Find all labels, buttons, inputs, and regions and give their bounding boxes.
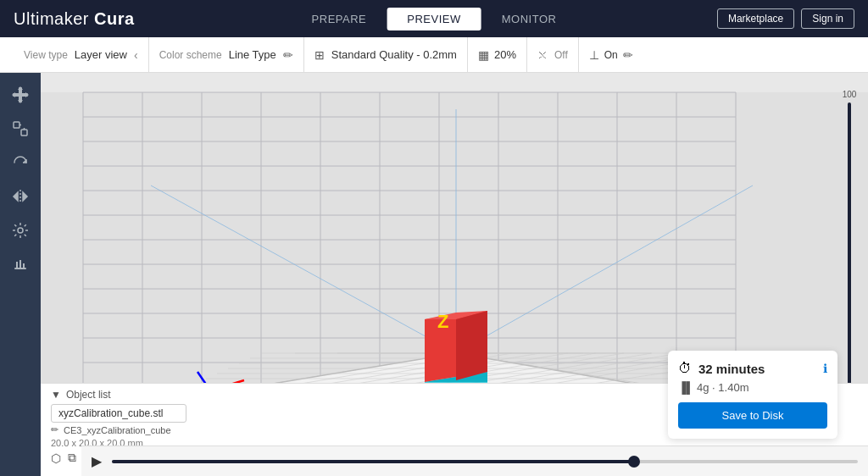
- quality-section: ⊞ Standard Quality - 0.2mm: [304, 37, 468, 72]
- svg-marker-5: [25, 92, 29, 97]
- edit-icon: ✏: [51, 424, 58, 435]
- model-name: CE3_xyzCalibration_cube: [64, 425, 171, 435]
- header-actions: Marketplace Sign in: [717, 8, 854, 29]
- svg-rect-15: [16, 262, 18, 268]
- infill-section: ▦ 20%: [468, 37, 527, 72]
- tool-move[interactable]: [5, 80, 36, 110]
- nav-tabs: PREPARE PREVIEW MONITOR: [292, 8, 577, 30]
- tool-settings[interactable]: [5, 215, 36, 246]
- tool-scale[interactable]: [5, 113, 36, 144]
- timeline-thumb[interactable]: [628, 456, 640, 468]
- infill-icon: ▦: [478, 48, 489, 62]
- color-scheme-edit-icon[interactable]: ✏: [283, 48, 293, 62]
- view-type-value: Layer view: [75, 48, 127, 61]
- support-icon: ⛌: [537, 48, 549, 62]
- svg-marker-3: [18, 100, 23, 103]
- support-value: Off: [554, 49, 568, 61]
- print-time-row: ⏱ 32 minutes ℹ: [678, 361, 827, 376]
- view-type-chevron[interactable]: ‹: [134, 48, 138, 62]
- svg-marker-2: [18, 86, 23, 90]
- marketplace-button[interactable]: Marketplace: [717, 8, 794, 29]
- obj-action-center[interactable]: ⬡: [51, 451, 61, 465]
- app-logo: Ultimaker Cura: [14, 9, 135, 29]
- time-icon: ⏱: [678, 361, 692, 376]
- svg-point-13: [18, 228, 23, 233]
- obj-action-copy[interactable]: ⧉: [68, 451, 76, 465]
- logo-bold: Cura: [94, 9, 135, 28]
- logo-light: Ultimaker: [14, 9, 89, 28]
- timeline-track[interactable]: [112, 460, 858, 463]
- info-detail-icon[interactable]: ℹ: [823, 362, 827, 375]
- quality-value: Standard Quality - 0.2mm: [331, 48, 457, 61]
- svg-rect-17: [23, 263, 25, 268]
- tab-prepare[interactable]: PREPARE: [292, 8, 387, 30]
- svg-marker-84: [456, 311, 487, 380]
- svg-rect-16: [19, 260, 21, 268]
- left-sidebar: [0, 73, 41, 476]
- adhesion-icon: ⊥: [589, 48, 599, 62]
- view-type-label: View type: [24, 49, 68, 61]
- svg-marker-11: [14, 192, 18, 201]
- tab-monitor[interactable]: MONITOR: [481, 8, 577, 30]
- tab-preview[interactable]: PREVIEW: [387, 8, 481, 30]
- playback-bar: ▶: [81, 446, 868, 476]
- object-name-input[interactable]: [51, 404, 186, 423]
- toolbar: View type Layer view ‹ Color scheme Line…: [0, 37, 868, 73]
- svg-marker-4: [12, 92, 15, 97]
- play-button[interactable]: ▶: [92, 453, 102, 469]
- tool-mirror[interactable]: [5, 181, 36, 212]
- support-section: ⛌ Off: [527, 37, 579, 72]
- svg-rect-14: [14, 268, 26, 269]
- object-list-label: Object list: [66, 389, 111, 401]
- svg-rect-7: [21, 130, 27, 136]
- material-icon: ▐▌: [678, 381, 693, 394]
- save-to-disk-button[interactable]: Save to Disk: [678, 402, 827, 429]
- print-time-text: 32 minutes: [698, 362, 765, 376]
- svg-text:Z: Z: [437, 311, 448, 332]
- svg-marker-12: [23, 192, 27, 201]
- main-area: Z 100 ▼ Object list ✏ CE3_xyzCali: [0, 73, 868, 476]
- tool-supports[interactable]: [5, 249, 36, 280]
- quality-icon: ⊞: [314, 48, 325, 62]
- color-scheme-label: Color scheme: [159, 49, 222, 61]
- adhesion-section: ⊥ On ✏: [579, 37, 643, 72]
- material-usage: ▐▌ 4g · 1.40m: [678, 381, 827, 394]
- app-header: Ultimaker Cura PREPARE PREVIEW MONITOR M…: [0, 0, 868, 37]
- color-scheme-section: Color scheme Line Type ✏: [149, 37, 304, 72]
- print-info-panel: ⏱ 32 minutes ℹ ▐▌ 4g · 1.40m Save to Dis…: [668, 351, 837, 439]
- adhesion-value: On: [604, 49, 618, 61]
- signin-button[interactable]: Sign in: [801, 8, 854, 29]
- layer-top-label: 100: [843, 90, 857, 99]
- viewport[interactable]: Z 100 ▼ Object list ✏ CE3_xyzCali: [41, 73, 868, 476]
- timeline-fill: [112, 460, 634, 463]
- infill-value: 20%: [494, 48, 516, 61]
- color-scheme-value: Line Type: [229, 48, 276, 61]
- svg-rect-6: [14, 122, 19, 128]
- tool-rotate[interactable]: [5, 147, 36, 178]
- adhesion-edit-icon[interactable]: ✏: [623, 48, 633, 62]
- view-type-section: View type Layer view ‹: [14, 37, 149, 72]
- object-list-chevron: ▼: [51, 389, 61, 401]
- material-text: 4g · 1.40m: [697, 381, 748, 394]
